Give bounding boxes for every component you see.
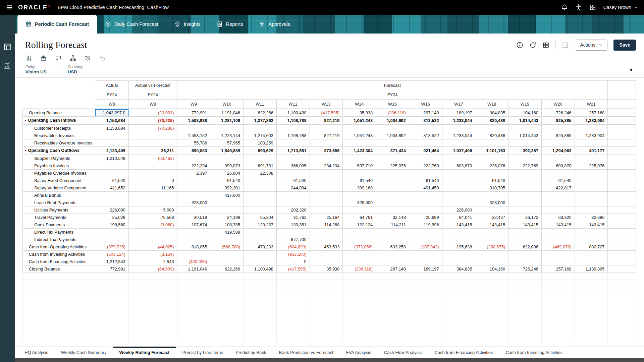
grid-cell-empty[interactable]	[23, 273, 95, 280]
grid-cell-empty[interactable]	[508, 280, 542, 287]
grid-cell[interactable]	[276, 191, 310, 199]
grid-cell-empty[interactable]	[128, 280, 177, 287]
row-label[interactable]: Salary Fixed Component	[23, 177, 95, 184]
grid-cell-empty[interactable]	[575, 315, 608, 322]
grid-view-icon[interactable]	[542, 42, 549, 49]
grid-cell[interactable]	[128, 236, 177, 243]
grid-cell[interactable]	[343, 169, 376, 177]
grid-cell-empty[interactable]	[442, 336, 475, 343]
grid-cell-empty[interactable]	[276, 280, 310, 287]
grid-cell[interactable]	[310, 258, 343, 265]
grid-cell-empty[interactable]	[575, 336, 608, 343]
grid-cell[interactable]	[95, 169, 128, 177]
grid-cell-empty[interactable]	[210, 336, 244, 343]
grid-cell[interactable]: 384,835	[475, 109, 508, 117]
grid-cell[interactable]: 244,004	[276, 184, 310, 191]
grid-cell[interactable]	[128, 169, 177, 177]
grid-cell-empty[interactable]	[541, 315, 575, 322]
grid-cell[interactable]: 26,172	[508, 214, 542, 221]
grid-cell[interactable]: 202,320	[276, 206, 310, 214]
grid-cell[interactable]: 222,769	[508, 162, 542, 169]
grid-cell-empty[interactable]	[376, 287, 409, 294]
sheet-tab-fva-analysis[interactable]: FVA Analysis	[340, 347, 378, 358]
grid-cell[interactable]	[575, 228, 608, 236]
column-group-actual-vs-forecast[interactable]: Actual vs Forecast	[128, 81, 177, 90]
grid-cell-empty[interactable]	[608, 109, 636, 117]
grid-cell[interactable]	[343, 206, 376, 214]
grid-cell-empty[interactable]	[310, 287, 343, 294]
grid-cell[interactable]	[409, 206, 442, 214]
year-header[interactable]: FY24	[128, 90, 177, 100]
week-header[interactable]: W19	[508, 100, 542, 109]
grid-cell[interactable]	[343, 236, 376, 243]
grid-cell[interactable]: 726,246	[541, 109, 575, 117]
save-button[interactable]: Save	[613, 40, 636, 51]
grid-cell-empty[interactable]	[508, 308, 542, 315]
grid-cell-empty[interactable]	[343, 329, 376, 336]
week-header[interactable]: W9	[177, 100, 210, 109]
grid-cell[interactable]: 195,638	[442, 243, 475, 250]
grid-cell[interactable]: 26,211	[128, 146, 177, 155]
row-label[interactable]: Opening Balance	[23, 109, 95, 117]
grid-cell[interactable]: 677,700	[276, 236, 310, 243]
grid-cell-empty[interactable]	[475, 308, 508, 315]
row-label[interactable]: Opex Payments	[23, 221, 95, 228]
week-header[interactable]: W15	[376, 100, 409, 109]
sheet-tab-cash-from-investing-activities[interactable]: Cash from Investing Activities	[499, 347, 569, 358]
grid-cell[interactable]: (469,078)	[541, 243, 575, 250]
grid-cell[interactable]: 411,652	[95, 184, 128, 191]
grid-cell[interactable]: 64,761	[343, 214, 376, 221]
grid-cell[interactable]: 225,076	[376, 162, 409, 169]
grid-cell[interactable]	[210, 199, 244, 206]
year-header[interactable]: FY24	[95, 90, 128, 100]
sheet-tab-bank-prediction-vs-forecast[interactable]: Bank Prediction vs Forecast	[273, 347, 340, 358]
grid-cell-empty[interactable]	[475, 273, 508, 280]
grid-cell[interactable]: 225,076	[575, 162, 608, 169]
grid-cell[interactable]	[409, 236, 442, 243]
grid-cell-empty[interactable]	[508, 273, 542, 280]
grid-cell[interactable]	[575, 184, 608, 191]
menu-icon[interactable]	[6, 4, 13, 11]
grid-cell-empty[interactable]	[95, 322, 128, 329]
grid-cell-empty[interactable]	[409, 294, 442, 301]
module-tab-approvals[interactable]: Approvals	[251, 15, 298, 34]
sheet-tab-hq-analysis[interactable]: HQ Analysis	[18, 347, 55, 358]
grid-cell-empty[interactable]	[23, 315, 95, 322]
sheet-tab-weekly-rolling-forecast[interactable]: Weekly Rolling Forecast	[113, 347, 176, 358]
grid-cell[interactable]: 26,804	[210, 169, 244, 177]
grid-cell[interactable]: 107,674	[177, 221, 210, 228]
grid-cell[interactable]: 1,212,543	[95, 258, 128, 265]
grid-cell[interactable]: 104,160	[508, 109, 542, 117]
week-header[interactable]: W13	[310, 100, 343, 109]
grid-cell[interactable]	[376, 206, 409, 214]
grid-cell[interactable]: (64,609)	[128, 265, 177, 273]
grid-cell-empty[interactable]	[409, 273, 442, 280]
grid-cell[interactable]	[442, 228, 475, 236]
grid-cell[interactable]	[575, 199, 608, 206]
grid-cell[interactable]: 1,139,895	[575, 265, 608, 273]
grid-cell[interactable]: 24,198	[210, 214, 244, 221]
grid-cell[interactable]: 25,028	[95, 214, 128, 221]
grid-cell-empty[interactable]	[244, 322, 277, 329]
grid-cell[interactable]: 772,991	[177, 109, 210, 117]
grid-cell[interactable]: 143,415	[541, 221, 575, 228]
grid-cell[interactable]	[409, 199, 442, 206]
grid-cell-empty[interactable]	[310, 273, 343, 280]
grid-cell-empty[interactable]	[343, 280, 376, 287]
collapse-triangle-icon[interactable]: ▾	[25, 149, 26, 152]
grid-cell-empty[interactable]	[442, 315, 475, 322]
grid-cell[interactable]	[409, 258, 442, 265]
row-label[interactable]: Indirect Tax Payments	[23, 236, 95, 243]
grid-cell-empty[interactable]	[128, 315, 177, 322]
grid-cell-empty[interactable]	[575, 329, 608, 336]
grid-cell-empty[interactable]	[608, 243, 636, 250]
grid-cell[interactable]: 1,108,788	[276, 116, 310, 124]
grid-cell-empty[interactable]	[128, 294, 177, 301]
grid-cell-empty[interactable]	[343, 273, 376, 280]
refresh-icon[interactable]	[529, 42, 536, 49]
grid-cell-empty[interactable]	[128, 308, 177, 315]
grid-cell[interactable]: 921,464	[409, 146, 442, 155]
grid-cell[interactable]: 1,108,788	[276, 132, 310, 139]
grid-cell-empty[interactable]	[276, 294, 310, 301]
row-label[interactable]: Travel Payments	[23, 214, 95, 221]
